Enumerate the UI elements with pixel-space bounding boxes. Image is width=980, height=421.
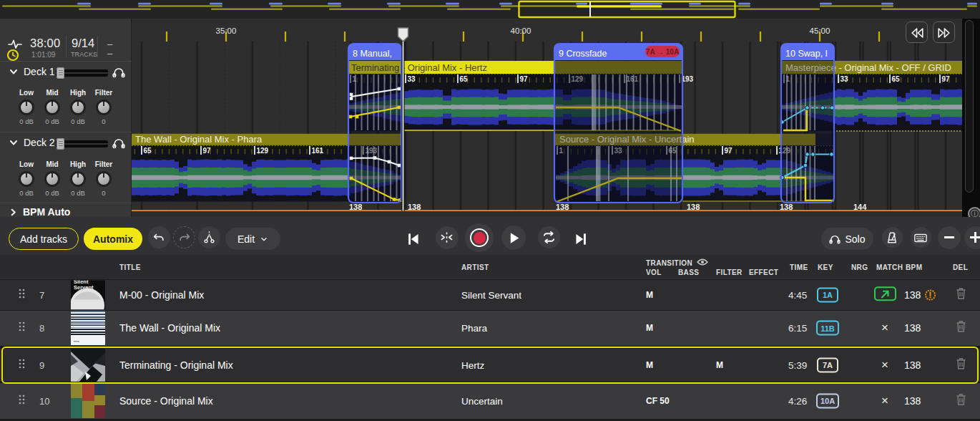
svg-text:97: 97 <box>725 147 733 155</box>
svg-text:33: 33 <box>841 75 849 83</box>
svg-text:40:00: 40:00 <box>511 26 531 35</box>
svg-text:65: 65 <box>892 75 901 83</box>
svg-text:The Wall - Original Mix - Phar: The Wall - Original Mix - Phara <box>135 134 263 145</box>
svg-text:129: 129 <box>257 147 269 155</box>
svg-text:161: 161 <box>312 147 324 155</box>
svg-text:97: 97 <box>520 75 529 83</box>
svg-text:45:00: 45:00 <box>810 26 830 35</box>
svg-text:10 Swap, I: 10 Swap, I <box>785 49 828 59</box>
svg-text:33: 33 <box>408 75 416 83</box>
svg-text:8 Manual,: 8 Manual, <box>353 49 392 59</box>
svg-text:97: 97 <box>942 75 951 83</box>
svg-text:35:00: 35:00 <box>216 26 237 35</box>
svg-text:65: 65 <box>144 147 152 155</box>
svg-text:97: 97 <box>203 147 212 155</box>
svg-text:Servant: Servant <box>74 284 94 290</box>
svg-text:9 Crossfade: 9 Crossfade <box>559 49 607 59</box>
svg-text:65: 65 <box>460 75 469 83</box>
svg-text:7A → 10A: 7A → 10A <box>646 48 679 56</box>
